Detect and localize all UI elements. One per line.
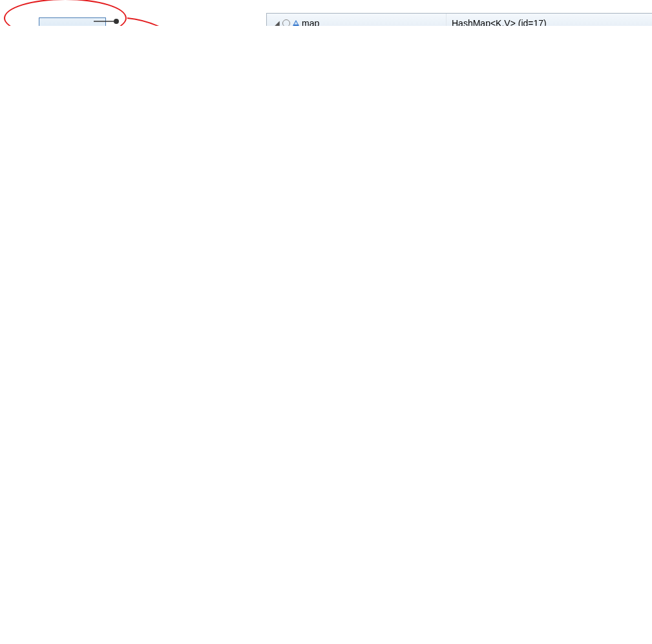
tree-node-name: map — [302, 18, 319, 27]
clock-icon — [282, 19, 290, 27]
expander-open-icon[interactable]: ◢ — [273, 19, 281, 27]
debugger-tree-panel: ◢mapHashMap<K,V> (id=17)entrySetnullkeyS… — [266, 13, 652, 26]
array-slot-0: 0政治 : 5 — [39, 17, 106, 26]
field-icon — [293, 20, 299, 26]
tree-node-value: HashMap<K,V> (id=17) — [452, 18, 547, 27]
tree-row[interactable]: ◢mapHashMap<K,V> (id=17) — [267, 14, 652, 26]
svg-point-1 — [114, 19, 119, 24]
